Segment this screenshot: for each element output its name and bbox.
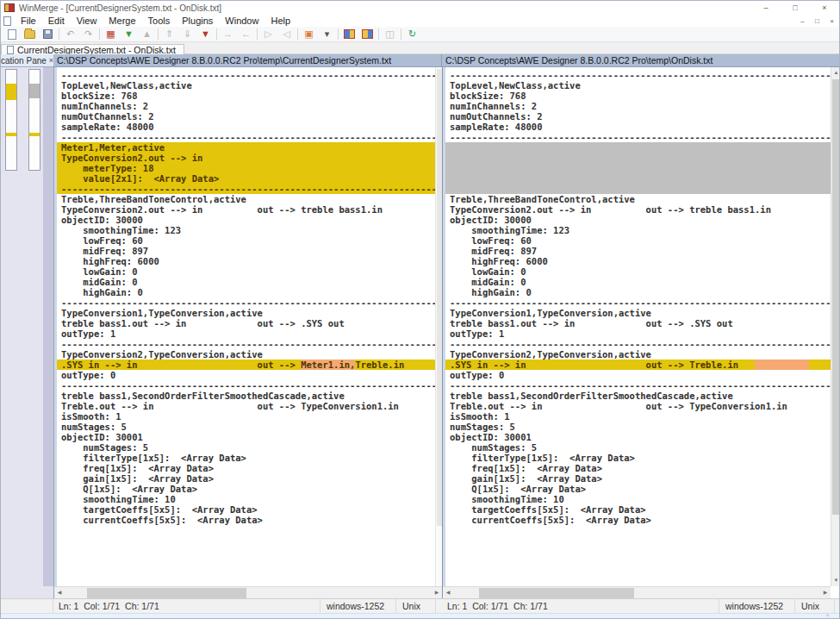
window-controls: – □ × [751,1,839,15]
code-line: TypeConversion2,TypeConversion,active [54,349,435,360]
status-bar: Ln: 1 Col: 1/71 Ch: 1/71 windows-1252 Un… [1,598,839,613]
highlight-differences-icon: ▦ [106,29,115,39]
auto-merge-button[interactable]: ▣ [300,27,318,41]
open-button[interactable] [21,27,39,41]
code-line: treble_bass1.out --> in out --> .SYS_out [443,318,831,328]
current-difference-button[interactable]: ▼ [196,27,215,41]
right-file-pane[interactable]: ----------------------------------------… [443,67,831,586]
code-line: outType: 0 [443,370,831,380]
location-pane[interactable] [1,67,53,598]
scroll-right-icon[interactable]: ▶ [820,587,831,598]
code-line: lowGain: 0 [443,266,831,277]
close-icon[interactable]: × [47,56,53,65]
code-line: numOutChannels: 2 [443,111,831,122]
menu-item-plugins[interactable]: Plugins [176,15,219,27]
auto-merge-dropdown[interactable]: ▾ [318,27,336,41]
close-button[interactable]: × [810,1,839,15]
scroll-left-icon[interactable]: ◀ [54,587,65,598]
menu-item-edit[interactable]: Edit [42,15,71,27]
copy-left-advance-button[interactable]: ◁ [277,27,296,41]
refresh-icon: ↻ [408,29,416,39]
floppy-icon [43,29,53,39]
toolbar-separator [297,28,298,40]
toolbar-separator [216,28,217,40]
location-mark-diff[interactable] [29,133,40,136]
code-line: filterType[1x5]: <Array Data> [54,453,435,463]
previous-difference-button[interactable]: ▲ [138,27,156,41]
menu-item-view[interactable]: View [71,15,103,27]
folder-icon [24,30,35,39]
left-file-path-header[interactable]: C:\DSP Concepts\AWE Designer 8.B.0.0.RC2… [53,54,442,67]
code-line: sampleRate: 48000 [54,122,435,132]
code-line [443,184,831,194]
undo-icon: ↶ [66,29,74,39]
file-merge-mode-button[interactable]: ◫ [381,27,399,41]
next-difference-icon: ▼ [124,29,134,39]
right-vertical-scrollbar[interactable]: ▲ ▼ [831,67,840,586]
last-difference-button[interactable]: ⇓ [178,27,196,41]
location-bar-left-file[interactable] [5,69,17,171]
code-line: numStages: 5 [54,422,435,432]
copy-right-advance-button[interactable]: ▷ [259,27,277,41]
code-line: ----------------------------------------… [443,297,831,308]
auto-merge-icon: ▣ [304,29,313,39]
scroll-down-icon[interactable]: ▼ [831,575,840,586]
left-file-pane[interactable]: ----------------------------------------… [54,67,435,586]
menu-item-merge[interactable]: Merge [103,15,141,27]
highlight-differences-button[interactable]: ▦ [102,27,120,41]
mdi-minimize-button[interactable]: – [795,15,810,27]
scrollbar-thumb[interactable] [479,588,634,598]
code-line: numInChannels: 2 [54,101,435,111]
copy-left-button[interactable]: ← [237,27,255,41]
left-vertical-scrollbar[interactable] [435,67,442,586]
mdi-window-controls: – □ × [795,15,839,27]
code-line: smoothingTime: 123 [443,225,831,235]
refresh-button[interactable]: ↻ [403,27,421,41]
location-mark-diff[interactable] [6,84,16,100]
toolbar-separator [59,28,59,40]
copy-all-left-button[interactable] [358,27,376,41]
code-line: outType: 0 [54,370,435,380]
left-horizontal-scrollbar[interactable]: ◀ ▶ [54,586,442,598]
scrollbar-thumb[interactable] [87,588,246,598]
scrollbar-thumb[interactable] [437,69,442,526]
save-button[interactable] [39,27,57,41]
menu-item-window[interactable]: Window [219,15,264,27]
code-line: numOutChannels: 2 [54,111,435,122]
next-difference-button[interactable]: ▼ [120,27,138,41]
right-horizontal-scrollbar[interactable]: ◀ ▶ [443,586,831,598]
location-bar-right-file[interactable] [28,69,40,171]
code-line: numStages: 5 [443,422,831,432]
minimize-button[interactable]: – [751,1,781,15]
scroll-left-icon[interactable]: ◀ [443,587,453,598]
location-mark-diff[interactable] [6,133,16,136]
code-line [443,173,831,184]
undo-button[interactable]: ↶ [61,27,79,41]
mdi-close-button[interactable]: × [824,15,839,27]
new-file-button[interactable] [3,27,21,41]
right-file-path-header[interactable]: C:\DSP Concepts\AWE Designer 8.B.0.0.RC2… [442,54,840,67]
menu-bar: FileEditViewMergeToolsPluginsWindowHelp … [1,15,839,27]
horizontal-scrollbar-row: ◀ ▶ ◀ ▶ [1,586,839,598]
scroll-up-icon[interactable]: ▲ [831,67,840,78]
word-diff-highlight [755,360,809,370]
maximize-button[interactable]: □ [781,1,810,15]
toolbar-separator [158,28,159,40]
menu-item-tools[interactable]: Tools [142,15,177,27]
menu-item-file[interactable]: File [15,15,42,27]
scrollbar-thumb[interactable] [832,79,840,515]
window-title: WinMerge - [CurrentDesignerSystem.txt - … [19,3,221,13]
copy-right-button[interactable]: → [219,27,237,41]
code-line: TypeConversion2.out --> in [54,153,435,163]
menu-item-help[interactable]: Help [264,15,296,27]
location-mark-missing[interactable] [29,84,40,98]
code-line: midFreq: 897 [443,246,831,256]
code-line: Treble,ThreeBandToneControl,active [443,194,831,204]
code-line: ----------------------------------------… [443,380,831,391]
scroll-right-icon[interactable]: ▶ [432,587,442,598]
redo-button[interactable]: ↷ [79,27,97,41]
first-difference-button[interactable]: ⇑ [160,27,178,41]
code-line: objectID: 30001 [54,432,435,442]
copy-all-right-button[interactable] [340,27,358,41]
mdi-restore-button[interactable]: □ [810,15,824,27]
